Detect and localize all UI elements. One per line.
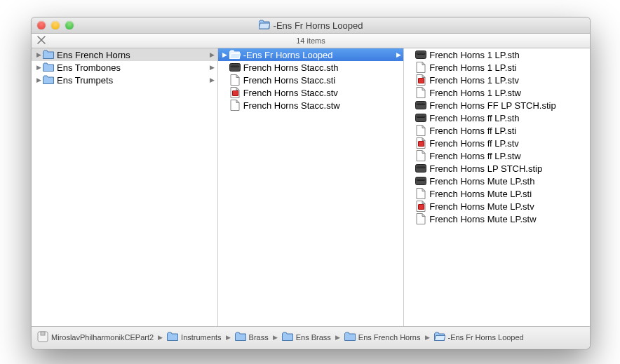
row-label: French Horns Stacc.stw [243,100,404,111]
file-icon [415,87,426,98]
dark-icon [415,163,426,174]
file-red-icon [229,87,241,98]
row-label: French Horns ff LP.sth [429,113,590,123]
file-row[interactable]: ▶French Horns Stacc.stw [218,99,404,112]
row-label: French Horns Stacc.stv [243,88,404,98]
file-row[interactable]: ▶French Horns Stacc.stv [218,86,404,99]
file-row[interactable]: ▶French Horns ff LP.sti [404,124,590,137]
file-row[interactable]: ▶French Horns Mute LP.stw [404,213,590,225]
folder-row[interactable]: ▶-Ens Fr Horns Looped▶ [218,48,404,61]
row-label: French Horns FF LP STCH.stip [429,100,590,111]
dark-icon [415,175,426,187]
column-2[interactable]: ▶French Horns 1 LP.sth▶French Horns 1 LP… [404,48,590,326]
column-0[interactable]: ▶Ens French Horns▶▶Ens Trombones▶▶Ens Tr… [32,48,218,326]
folder-open-icon [259,20,270,32]
file-red-icon [415,74,426,86]
path-separator-icon: ▶ [156,334,164,341]
disk-icon [37,331,48,344]
file-row[interactable]: ▶French Horns Stacc.sth [218,61,404,74]
column-view: ▶Ens French Horns▶▶Ens Trombones▶▶Ens Tr… [32,48,590,326]
column-1[interactable]: ▶-Ens Fr Horns Looped▶▶French Horns Stac… [218,48,405,326]
file-row[interactable]: ▶French Horns FF LP STCH.stip [404,99,590,112]
folder-icon [344,332,356,343]
file-icon [415,150,426,161]
path-item[interactable]: -Ens Fr Horns Looped [433,332,525,343]
file-row[interactable]: ▶French Horns LP STCH.stip [404,162,590,175]
row-label: French Horns Stacc.sti [243,75,404,86]
toolbar: 14 items [32,34,590,48]
path-item[interactable]: MiroslavPhilharmonikCEPart2 [36,331,155,344]
row-label: French Horns 1 LP.stv [429,75,590,86]
dark-icon [229,62,241,73]
file-row[interactable]: ▶French Horns ff LP.stv [404,137,590,149]
window-title-text: -Ens Fr Horns Looped [274,20,363,31]
file-icon [415,188,426,199]
titlebar: -Ens Fr Horns Looped [32,18,590,34]
svg-rect-1 [231,66,239,67]
file-row[interactable]: ▶French Horns Mute LP.stv [404,200,590,213]
row-label: French Horns LP STCH.stip [429,163,590,174]
svg-rect-5 [417,104,425,105]
file-icon [229,74,241,86]
path-separator-icon: ▶ [424,334,431,341]
disclosure-triangle-icon[interactable]: ▶ [221,51,229,58]
row-label: French Horns Mute LP.stv [429,201,590,212]
file-icon [229,100,241,111]
row-label: French Horns Stacc.sth [243,62,404,73]
folder-open-icon [434,332,445,343]
folder-icon [167,332,178,343]
file-row[interactable]: ▶French Horns Stacc.sti [218,74,404,86]
file-row[interactable]: ▶French Horns 1 LP.sth [404,48,590,61]
path-bar: MiroslavPhilharmonikCEPart2▶Instruments▶… [32,326,590,348]
path-separator-icon: ▶ [334,334,342,341]
row-label: French Horns 1 LP.sth [429,50,590,60]
path-item[interactable]: Ens Brass [281,332,332,343]
svg-rect-3 [417,53,425,55]
row-label: Ens Trombones [57,62,208,73]
file-row[interactable]: ▶French Horns Mute LP.sth [404,175,590,187]
row-label: Ens French Horns [57,50,208,60]
file-row[interactable]: ▶French Horns Mute LP.sti [404,187,590,200]
file-row[interactable]: ▶French Horns 1 LP.stw [404,86,590,99]
folder-open-icon [229,49,241,60]
svg-rect-9 [417,167,425,168]
path-item-label: Ens Brass [296,333,331,342]
path-item-label: Instruments [181,333,221,342]
file-row[interactable]: ▶French Horns 1 LP.sti [404,61,590,74]
item-count-label: 14 items [32,36,590,45]
row-label: French Horns Mute LP.stw [429,214,590,224]
svg-rect-11 [417,180,425,181]
path-separator-icon: ▶ [271,334,279,341]
folder-icon [282,332,293,343]
path-item-label: Brass [249,333,269,342]
path-item-label: -Ens Fr Horns Looped [448,333,524,342]
disclosure-triangle-icon[interactable]: ▶ [34,51,43,58]
chevron-right-icon: ▶ [208,51,217,58]
close-button[interactable] [37,21,46,29]
row-label: French Horns ff LP.stv [429,138,590,149]
zoom-button[interactable] [65,21,74,29]
folder-icon [43,49,54,60]
finder-window: -Ens Fr Horns Looped 14 items ▶Ens Frenc… [31,17,591,349]
path-item[interactable]: Ens French Horns [343,332,422,343]
chevron-right-icon: ▶ [208,64,217,71]
path-item-label: Ens French Horns [358,333,421,342]
path-item[interactable]: Instruments [166,332,222,343]
row-label: -Ens Fr Horns Looped [243,50,394,60]
disclosure-triangle-icon[interactable]: ▶ [34,76,43,83]
file-row[interactable]: ▶French Horns 1 LP.stv [404,74,590,86]
row-label: French Horns 1 LP.stw [429,88,590,98]
minimize-button[interactable] [51,21,60,29]
folder-row[interactable]: ▶Ens French Horns▶ [32,48,217,61]
folder-row[interactable]: ▶Ens Trombones▶ [32,61,217,74]
file-row[interactable]: ▶French Horns ff LP.stw [404,149,590,162]
disclosure-triangle-icon[interactable]: ▶ [34,64,43,71]
window-title: -Ens Fr Horns Looped [32,20,590,32]
dark-icon [415,49,426,60]
path-item[interactable]: Brass [234,332,270,343]
file-row[interactable]: ▶French Horns ff LP.sth [404,112,590,124]
file-red-icon [415,201,426,212]
chevron-right-icon: ▶ [393,51,403,58]
row-label: French Horns ff LP.stw [429,151,590,161]
folder-row[interactable]: ▶Ens Trumpets▶ [32,74,217,86]
